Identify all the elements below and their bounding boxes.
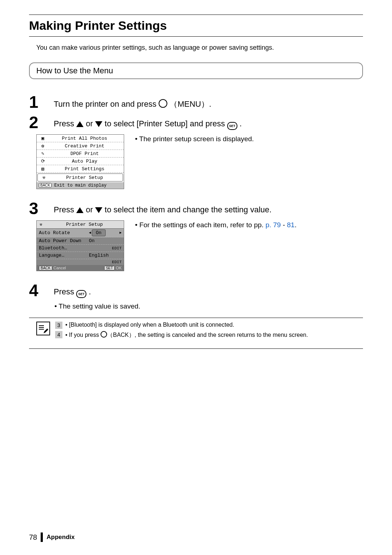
menu-item: ✿Creative Print bbox=[37, 142, 124, 150]
photos-icon: ▣ bbox=[40, 135, 46, 141]
down-arrow-icon bbox=[95, 207, 102, 213]
note-row-4: 4 • If you press （BACK）, the setting is … bbox=[55, 331, 363, 339]
step-1-text: Turn the printer on and press （MENU）. bbox=[54, 94, 363, 110]
set-button-icon: SET bbox=[76, 290, 86, 298]
step-3-mid1: or bbox=[86, 205, 95, 214]
step-3-text: Press or to select the item and change t… bbox=[54, 200, 363, 215]
page-link-79[interactable]: p. 79 bbox=[265, 221, 281, 229]
step-4-sub: • The setting value is saved. bbox=[54, 302, 363, 310]
settings-title: ⚒ Printer Setup bbox=[37, 221, 124, 229]
page-title: Making Printer Settings bbox=[29, 19, 363, 33]
step-1-post: . bbox=[209, 99, 211, 109]
set-label: SET bbox=[104, 266, 115, 270]
cancel-label: Cancel bbox=[53, 266, 66, 270]
step-2-mid1: or bbox=[86, 119, 95, 128]
step-3-sub: • For the settings of each item, refer t… bbox=[135, 221, 297, 271]
intro-text: You can make various printer settings, s… bbox=[36, 44, 363, 52]
step-2: 2 Press or to select [Printer Setup] and… bbox=[29, 114, 363, 131]
note-num-4: 4 bbox=[55, 331, 62, 338]
step-2-post: . bbox=[240, 119, 242, 128]
step-4-post: . bbox=[89, 287, 91, 296]
ok-label: OK bbox=[116, 266, 122, 270]
note-4-pre: If you press bbox=[69, 332, 101, 338]
back-label: BACK bbox=[39, 266, 52, 270]
title-block: Making Printer Settings bbox=[29, 19, 363, 37]
page-number: 78 bbox=[29, 533, 37, 542]
top-rule bbox=[29, 15, 363, 15]
step-3-pre: Press bbox=[54, 205, 76, 214]
step-4-pre: Press bbox=[54, 287, 76, 296]
note-num-3: 3 bbox=[55, 322, 62, 329]
right-arrow-icon: ► bbox=[119, 231, 122, 235]
back-button-label: BACK bbox=[39, 183, 52, 188]
left-arrow-icon: ◄ bbox=[89, 231, 91, 235]
footer-section: Appendix bbox=[46, 534, 74, 541]
note-icon bbox=[36, 322, 50, 335]
menu-item: ▧Print Settings bbox=[37, 165, 124, 173]
menu-bottom-bar: BACK Exit to main display bbox=[37, 182, 124, 189]
note-bottom-rule bbox=[29, 348, 363, 349]
menu-item-selected: ⚒Printer Setup bbox=[37, 174, 123, 181]
pencil-icon bbox=[43, 328, 49, 334]
settings-row-selected: Auto Rotate ◄On► bbox=[37, 229, 124, 237]
note-row-3: 3 • [Bluetooth] is displayed only when a… bbox=[55, 322, 363, 329]
menu-item: ⟳Auto Play bbox=[37, 158, 124, 165]
settings-bottom-bar: BACKCancel SETOK bbox=[37, 265, 124, 271]
printer-setup-icon: ⚒ bbox=[40, 222, 42, 227]
step-3-num: 3 bbox=[29, 200, 51, 217]
note-lines: 3 • [Bluetooth] is displayed only when a… bbox=[55, 322, 363, 341]
step-1: 1 Turn the printer on and press （MENU）. bbox=[29, 94, 363, 110]
up-arrow-icon bbox=[76, 121, 83, 127]
section-heading: How to Use the Menu bbox=[36, 66, 113, 75]
footer-bar bbox=[41, 532, 43, 542]
note-4-back-label: （BACK） bbox=[107, 332, 135, 338]
up-arrow-icon bbox=[76, 207, 83, 213]
step-2-mid2: to select [Printer Setup] and press bbox=[105, 119, 227, 128]
printer-setup-icon: ⚒ bbox=[41, 175, 47, 180]
menu-bottom-text: Exit to main display bbox=[54, 183, 106, 188]
print-settings-icon: ▧ bbox=[40, 166, 46, 172]
autoplay-icon: ⟳ bbox=[40, 158, 46, 164]
settings-row: Language… English bbox=[37, 252, 124, 259]
step-4: 4 Press SET . bbox=[29, 282, 363, 299]
step-4-text: Press SET . bbox=[54, 282, 363, 298]
menu-item: ✎DPOF Print bbox=[37, 150, 124, 158]
creative-icon: ✿ bbox=[40, 143, 46, 149]
note-top-rule bbox=[29, 318, 363, 318]
step-1-num: 1 bbox=[29, 94, 51, 110]
set-button-icon: SET bbox=[227, 122, 237, 130]
down-arrow-icon bbox=[95, 121, 102, 127]
step-3-mid2: to select the item and change the settin… bbox=[105, 205, 271, 214]
page-footer: 78 Appendix bbox=[29, 532, 75, 542]
settings-screenshot: ⚒ Printer Setup Auto Rotate ◄On► Auto Po… bbox=[36, 220, 124, 271]
menu-screenshot: ▣Print All Photos ✿Creative Print ✎DPOF … bbox=[36, 134, 124, 189]
note-3-text: [Bluetooth] is displayed only when a Blu… bbox=[69, 322, 234, 328]
menu-button-icon bbox=[159, 99, 167, 108]
dpof-icon: ✎ bbox=[40, 151, 46, 156]
step-3-body: ⚒ Printer Setup Auto Rotate ◄On► Auto Po… bbox=[36, 220, 363, 271]
step-1-menu-label: （MENU） bbox=[170, 99, 209, 109]
step-1-pre: Turn the printer on and press bbox=[54, 99, 159, 109]
step-4-num: 4 bbox=[29, 282, 51, 299]
step-2-text: Press or to select [Printer Setup] and p… bbox=[54, 114, 363, 130]
back-button-icon bbox=[101, 331, 107, 338]
settings-row: Bluetooth… EDIT bbox=[37, 245, 124, 252]
step-2-sub: • The printer setup screen is displayed. bbox=[135, 135, 254, 189]
note-4-post: , the setting is canceled and the screen… bbox=[135, 332, 308, 338]
step-2-body: ▣Print All Photos ✿Creative Print ✎DPOF … bbox=[36, 134, 363, 189]
step-3: 3 Press or to select the item and change… bbox=[29, 200, 363, 217]
settings-row: Auto Power Down On bbox=[37, 237, 124, 245]
menu-item: ▣Print All Photos bbox=[37, 135, 124, 142]
page-link-81[interactable]: 81 bbox=[287, 221, 295, 229]
step-2-pre: Press bbox=[54, 119, 76, 128]
step-2-num: 2 bbox=[29, 114, 51, 131]
settings-edit-row: EDIT bbox=[37, 259, 124, 265]
section-heading-box: How to Use the Menu bbox=[29, 62, 363, 79]
notes-block: 3 • [Bluetooth] is displayed only when a… bbox=[36, 322, 363, 341]
